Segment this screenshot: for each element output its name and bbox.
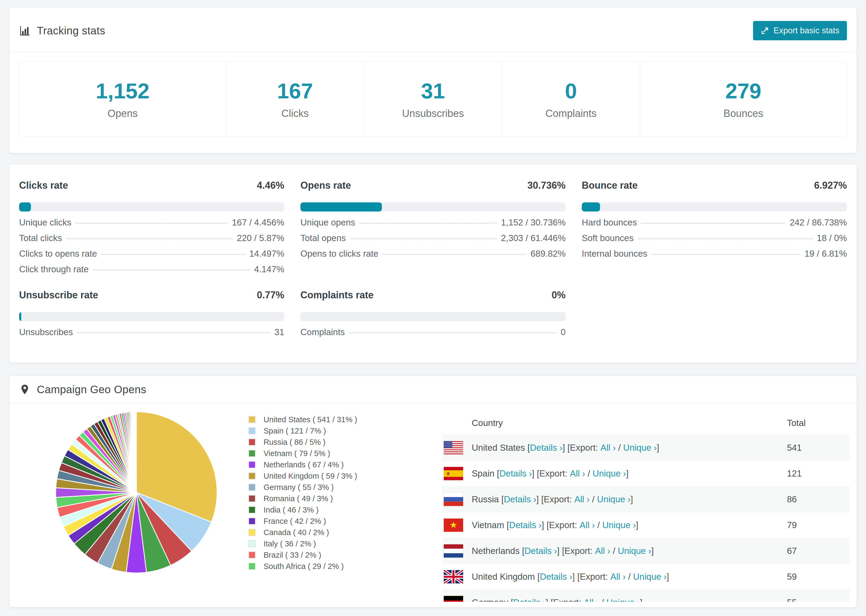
legend-label: Vietnam ( 79 / 5% ): [264, 449, 330, 458]
legend-label: Russia ( 86 / 5% ): [264, 438, 326, 447]
dotted-leader: [383, 254, 526, 255]
details-link[interactable]: Details ›: [509, 520, 542, 530]
export-unique-link[interactable]: Unique ›: [597, 494, 631, 504]
dotted-leader: [77, 332, 270, 333]
legend-label: Spain ( 121 / 7% ): [264, 426, 326, 435]
legend-swatch: [249, 518, 255, 525]
legend-label: Canada ( 40 / 2% ): [264, 528, 329, 537]
progress-track: [301, 203, 565, 212]
dotted-leader: [66, 238, 233, 239]
rate-value: 6.927%: [814, 180, 847, 191]
export-all-link[interactable]: All ›: [601, 443, 616, 453]
legend-label: United Kingdom ( 59 / 3% ): [264, 472, 357, 481]
export-unique-link[interactable]: Unique ›: [623, 443, 657, 453]
export-all-link[interactable]: All ›: [574, 494, 589, 504]
rate-row: Unsubscribes 31: [19, 327, 284, 343]
export-all-link[interactable]: All ›: [584, 597, 599, 602]
table-row-germany: Germany [Details ›] [Export: All › / Uni…: [442, 589, 850, 602]
rate-row: Clicks to opens rate 14.497%: [19, 248, 284, 264]
table-row-united-states: United States [Details ›] [Export: All ›…: [442, 435, 850, 460]
geo-title: Campaign Geo Opens: [37, 383, 146, 396]
flag-nl-icon: [444, 544, 463, 558]
rate-row: Opens to clicks rate 689.82%: [301, 248, 565, 264]
table-row-russia: Russia [Details ›] [Export: All › / Uniq…: [442, 486, 850, 512]
export-all-link[interactable]: All ›: [570, 468, 585, 479]
legend-item-spain[interactable]: Spain ( 121 / 7% ): [249, 425, 357, 437]
legend-swatch: [249, 416, 255, 423]
details-link[interactable]: Details ›: [524, 546, 557, 556]
rates-card: Clicks rate 4.46% Unique clicks 167 / 4.…: [9, 164, 857, 363]
dotted-leader: [652, 254, 800, 255]
rates-grid: Clicks rate 4.46% Unique clicks 167 / 4.…: [9, 164, 857, 363]
dotted-leader: [638, 238, 812, 239]
progress-fill: [19, 203, 31, 212]
rate-row: Total opens 2,303 / 61.446%: [301, 233, 565, 248]
stat-label: Opens: [107, 108, 138, 119]
export-all-link[interactable]: All ›: [595, 546, 611, 556]
legend-item-france[interactable]: France ( 42 / 2% ): [249, 515, 357, 527]
legend-item-south-africa[interactable]: South Africa ( 29 / 2% ): [249, 561, 357, 572]
legend-item-germany[interactable]: Germany ( 55 / 3% ): [249, 482, 357, 493]
dotted-leader: [641, 223, 785, 224]
rate-row-value: 18 / 0%: [817, 233, 847, 243]
legend-swatch: [249, 461, 255, 468]
export-unique-link[interactable]: Unique ›: [633, 572, 667, 582]
legend-item-brazil[interactable]: Brazil ( 33 / 2% ): [249, 549, 357, 561]
column-total: Total: [787, 418, 850, 428]
legend-item-romania[interactable]: Romania ( 49 / 3% ): [249, 493, 357, 504]
export-all-link[interactable]: All ›: [610, 572, 625, 582]
rate-row-value: 689.82%: [531, 248, 565, 259]
legend-swatch: [249, 427, 255, 434]
export-basic-stats-button[interactable]: Export basic stats: [753, 21, 847, 40]
details-link[interactable]: Details ›: [513, 597, 546, 602]
details-link[interactable]: Details ›: [530, 443, 562, 453]
progress-track: [19, 203, 284, 212]
stat-value: 1,152: [96, 79, 150, 104]
details-link[interactable]: Details ›: [540, 572, 572, 582]
stats-row: 1,152 Opens167 Clicks31 Unsubscribes0 Co…: [19, 61, 847, 137]
country-name: United Kingdom: [472, 572, 537, 582]
dotted-leader: [349, 332, 556, 333]
rate-row-label: Clicks to opens rate: [19, 248, 97, 259]
stat-label: Bounces: [723, 108, 763, 119]
legend-item-united-states[interactable]: United States ( 541 / 31% ): [249, 414, 357, 425]
stat-value: 0: [565, 79, 577, 104]
rate-row-label: Unique opens: [301, 217, 355, 228]
progress-track: [582, 203, 847, 212]
export-unique-link[interactable]: Unique ›: [606, 597, 640, 602]
export-unique-link[interactable]: Unique ›: [602, 520, 636, 530]
rate-row-label: Complaints: [301, 327, 345, 337]
details-link[interactable]: Details ›: [499, 468, 532, 479]
legend-item-netherlands[interactable]: Netherlands ( 67 / 4% ): [249, 459, 357, 470]
legend-label: Romania ( 49 / 3% ): [264, 494, 333, 503]
rate-row-value: 167 / 4.456%: [232, 217, 285, 228]
rate-panel-unsubscribe-rate: Unsubscribe rate 0.77% Unsubscribes 31: [19, 289, 284, 343]
total-value: 541: [787, 443, 850, 453]
rate-row-value: 242 / 86.738%: [790, 217, 847, 228]
rate-title: Complaints rate: [301, 289, 373, 301]
legend-item-united-kingdom[interactable]: United Kingdom ( 59 / 3% ): [249, 470, 357, 482]
legend-swatch: [249, 495, 255, 502]
rate-title: Clicks rate: [19, 180, 68, 191]
export-unique-link[interactable]: Unique ›: [592, 468, 626, 479]
page-title: Tracking stats: [37, 25, 105, 37]
dotted-leader: [350, 238, 497, 239]
details-link[interactable]: Details ›: [504, 494, 536, 504]
legend-item-russia[interactable]: Russia ( 86 / 5% ): [249, 437, 357, 448]
dotted-leader: [76, 223, 228, 224]
legend-label: Germany ( 55 / 3% ): [264, 483, 334, 492]
rate-panel-clicks-rate: Clicks rate 4.46% Unique clicks 167 / 4.…: [19, 180, 284, 280]
legend-item-vietnam[interactable]: Vietnam ( 79 / 5% ): [249, 448, 357, 459]
export-unique-link[interactable]: Unique ›: [618, 546, 651, 556]
country-name: United States: [472, 443, 527, 453]
legend-swatch: [249, 540, 255, 547]
geo-pie-chart: [53, 409, 220, 576]
export-all-link[interactable]: All ›: [579, 520, 595, 530]
stat-label: Clicks: [281, 108, 309, 119]
legend-item-canada[interactable]: Canada ( 40 / 2% ): [249, 527, 357, 538]
rate-row-value: 19 / 6.81%: [805, 248, 847, 259]
legend-item-italy[interactable]: Italy ( 36 / 2% ): [249, 538, 357, 549]
rate-row: Hard bounces 242 / 86.738%: [582, 217, 847, 233]
rate-row-value: 0: [561, 327, 565, 337]
legend-item-india[interactable]: India ( 46 / 3% ): [249, 504, 357, 515]
